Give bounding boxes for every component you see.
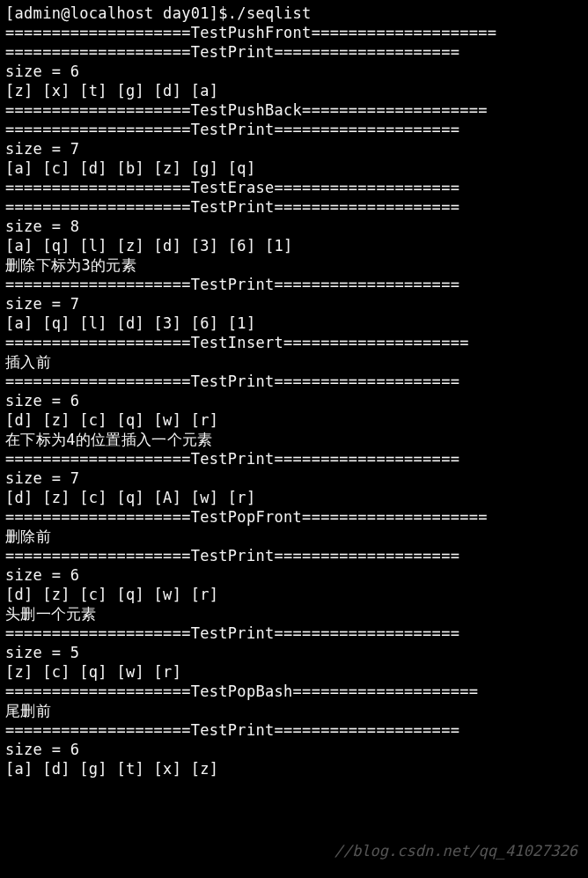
terminal-line: 尾删前: [5, 701, 583, 720]
terminal-line: ====================TestPrint===========…: [5, 546, 583, 565]
shell-prompt: [admin@localhost day01]$./seqlist: [5, 4, 583, 23]
terminal-output: [admin@localhost day01]$./seqlist ======…: [0, 0, 588, 778]
terminal-line: ====================TestPrint===========…: [5, 120, 583, 139]
terminal-line: size = 5: [5, 643, 583, 662]
terminal-line: [z] [c] [q] [w] [r]: [5, 662, 583, 682]
terminal-line: ====================TestPrint===========…: [5, 42, 583, 62]
terminal-line: [a] [q] [l] [d] [3] [6] [1]: [5, 314, 583, 333]
terminal-line: [a] [d] [g] [t] [x] [z]: [5, 759, 583, 778]
terminal-line: size = 7: [5, 139, 583, 159]
terminal-line: ====================TestPrint===========…: [5, 720, 583, 740]
terminal-line: [z] [x] [t] [g] [d] [a]: [5, 81, 583, 100]
terminal-line: [d] [z] [c] [q] [w] [r]: [5, 410, 583, 430]
terminal-line: ====================TestPrint===========…: [5, 449, 583, 469]
terminal-line: 删除前: [5, 527, 583, 546]
terminal-line: [d] [z] [c] [q] [A] [w] [r]: [5, 488, 583, 507]
terminal-line: size = 6: [5, 391, 583, 410]
terminal-line: ====================TestPushFront=======…: [5, 23, 583, 42]
terminal-line: size = 7: [5, 469, 583, 488]
terminal-line: ====================TestPrint===========…: [5, 623, 583, 643]
terminal-line: ====================TestInsert==========…: [5, 333, 583, 352]
terminal-line: size = 8: [5, 217, 583, 236]
terminal-line: ====================TestPrint===========…: [5, 372, 583, 391]
terminal-line: [d] [z] [c] [q] [w] [r]: [5, 585, 583, 604]
terminal-line: size = 6: [5, 62, 583, 81]
terminal-line: 插入前: [5, 352, 583, 372]
terminal-line: 删除下标为3的元素: [5, 255, 583, 275]
watermark: //blog.csdn.net/qq_41027326: [334, 841, 577, 860]
terminal-line: ====================TestPrint===========…: [5, 275, 583, 294]
terminal-line: size = 6: [5, 565, 583, 585]
terminal-line: ====================TestPopFront========…: [5, 507, 583, 527]
terminal-line: ====================TestPushBack========…: [5, 100, 583, 120]
terminal-line: size = 7: [5, 294, 583, 314]
terminal-line: ====================TestPrint===========…: [5, 197, 583, 217]
terminal-line: 头删一个元素: [5, 604, 583, 623]
terminal-line: ====================TestErase===========…: [5, 178, 583, 197]
terminal-line: ====================TestPopBash=========…: [5, 682, 583, 701]
terminal-line: size = 6: [5, 740, 583, 759]
terminal-line: 在下标为4的位置插入一个元素: [5, 430, 583, 449]
terminal-line: [a] [c] [d] [b] [z] [g] [q]: [5, 159, 583, 178]
terminal-line: [a] [q] [l] [z] [d] [3] [6] [1]: [5, 236, 583, 255]
